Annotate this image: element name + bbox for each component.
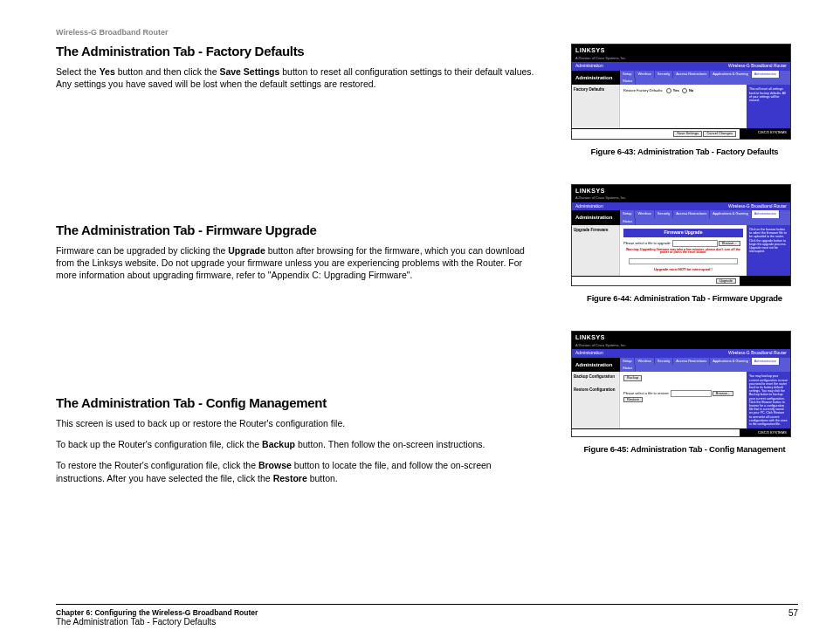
thumbnail-firmware-upgrade: LINKSYS A Division of Cisco Systems, Inc…	[571, 184, 791, 286]
tip-text: You may backup your current configuratio…	[747, 372, 790, 428]
text: Select the	[56, 66, 100, 77]
cancel-changes-button[interactable]: Cancel Changes	[703, 131, 736, 136]
device-label: Wireless-G Broadband Router	[728, 351, 787, 356]
device-label: Wireless-G Broadband Router	[728, 204, 787, 209]
figure-6-43: LINKSYS A Division of Cisco Systems, Inc…	[571, 44, 798, 156]
tab-access[interactable]: Access Restrictions	[673, 210, 710, 217]
tab-security[interactable]: Security	[655, 358, 673, 365]
bold-restore: Restore	[273, 473, 307, 483]
backup-button[interactable]: Backup	[623, 375, 642, 380]
caption-6-45: Figure 6-45: Administration Tab - Config…	[571, 444, 798, 454]
page-label: Administration	[575, 64, 603, 69]
section-label: Administration	[572, 359, 620, 372]
cisco-label: CISCO SYSTEMS	[740, 429, 790, 436]
tab-security[interactable]: Security	[655, 210, 673, 217]
browse-button[interactable]: Browse...	[713, 391, 734, 396]
heading-firmware-upgrade: The Administration Tab - Firmware Upgrad…	[56, 223, 540, 237]
thumbnail-factory-defaults: LINKSYS A Division of Cisco Systems, Inc…	[571, 44, 791, 140]
tab-apps[interactable]: Applications & Gaming	[710, 71, 751, 78]
tab-status[interactable]: Status	[620, 365, 636, 372]
cisco-label: CISCO SYSTEMS	[740, 129, 790, 138]
page-label: Administration	[575, 204, 603, 209]
page-number: 57	[788, 608, 798, 627]
tab-apps[interactable]: Applications & Gaming	[710, 358, 751, 365]
panel-left-label: Backup Configuration Restore Configurati…	[572, 372, 620, 428]
tab-status[interactable]: Status	[620, 78, 636, 85]
tip-text: This will reset all settings back to fac…	[747, 85, 790, 128]
label-restore: Restore Configuration	[574, 388, 617, 393]
browse-button[interactable]: Browse...	[719, 241, 740, 246]
brand-bar: LINKSYS	[572, 332, 790, 344]
tab-wireless[interactable]: Wireless	[635, 210, 654, 217]
footer-section: The Administration Tab - Factory Default…	[56, 617, 258, 627]
doc-header: Wireless-G Broadband Router	[56, 28, 798, 37]
upgrade-button[interactable]: Upgrade	[716, 278, 736, 284]
heading-config-management: The Administration Tab - Config Manageme…	[56, 395, 540, 410]
text: To back up the Router's configuration fi…	[56, 439, 262, 449]
page-footer: Chapter 6: Configuring the Wireless-G Br…	[56, 604, 798, 627]
heading-factory-defaults: The Administration Tab - Factory Default…	[56, 44, 540, 58]
bold-yes: Yes	[100, 66, 115, 77]
warning-2: Upgrade must NOT be interrupted !	[623, 268, 743, 271]
cisco-label	[740, 277, 790, 285]
main-column: The Administration Tab - Factory Default…	[56, 44, 540, 505]
warning-1: Warning: Upgrading firmware may take a f…	[623, 249, 743, 256]
brand-bar: LINKSYS	[572, 45, 790, 57]
radio-no[interactable]	[682, 88, 687, 93]
radio-yes-label: Yes	[673, 88, 679, 92]
bold-save-settings: Save Settings	[219, 66, 279, 77]
figure-column: LINKSYS A Division of Cisco Systems, Inc…	[571, 44, 798, 505]
tip-text: Click on the browse button to select the…	[747, 225, 790, 276]
caption-6-43: Figure 6-43: Administration Tab - Factor…	[571, 147, 798, 156]
para-config-2: To back up the Router's configuration fi…	[56, 438, 540, 450]
tab-access[interactable]: Access Restrictions	[673, 358, 710, 365]
thumbnail-config-management: LINKSYS A Division of Cisco Systems, Inc…	[571, 331, 791, 437]
text: button.	[307, 473, 338, 483]
caption-6-44: Figure 6-44: Administration Tab - Firmwa…	[571, 293, 798, 303]
device-label: Wireless-G Broadband Router	[728, 64, 787, 69]
tab-setup[interactable]: Setup	[620, 210, 635, 217]
label-backup: Backup Configuration	[574, 375, 617, 380]
tab-apps[interactable]: Applications & Gaming	[710, 210, 751, 217]
section-label: Administration	[572, 211, 620, 224]
tab-administration[interactable]: Administration	[752, 71, 780, 78]
fw-select-label: Please select a file to upgrade:	[623, 241, 671, 245]
tab-status[interactable]: Status	[620, 218, 636, 225]
restore-select-label: Please select a file to restore:	[623, 391, 669, 395]
para-firmware: Firmware can be upgraded by clicking the…	[56, 244, 540, 282]
footer-chapter: Chapter 6: Configuring the Wireless-G Br…	[56, 608, 258, 617]
bold-browse: Browse	[258, 460, 292, 470]
brand-bar: LINKSYS	[572, 185, 790, 197]
text: To restore the Router's configuration fi…	[56, 460, 258, 470]
text: button. Then follow the on-screen instru…	[295, 439, 485, 449]
fw-file-input[interactable]	[672, 240, 718, 247]
para-config-3: To restore the Router's configuration fi…	[56, 459, 540, 483]
save-settings-button[interactable]: Save Settings	[673, 131, 702, 136]
figure-6-45: LINKSYS A Division of Cisco Systems, Inc…	[571, 331, 798, 454]
tab-administration[interactable]: Administration	[752, 210, 780, 217]
tab-access[interactable]: Access Restrictions	[673, 71, 710, 78]
bold-backup: Backup	[262, 439, 295, 449]
tab-setup[interactable]: Setup	[620, 358, 635, 365]
figure-6-44: LINKSYS A Division of Cisco Systems, Inc…	[571, 184, 798, 303]
restore-file-input[interactable]	[671, 390, 712, 397]
para-config-1: This screen is used to back up or restor…	[56, 417, 540, 429]
tab-security[interactable]: Security	[655, 71, 673, 78]
para-factory: Select the Yes button and then click the…	[56, 65, 540, 90]
section-label: Administration	[572, 72, 620, 85]
panel-left-label: Factory Defaults	[572, 85, 620, 128]
radio-no-label: No	[689, 88, 693, 92]
tab-wireless[interactable]: Wireless	[635, 358, 654, 365]
tab-wireless[interactable]: Wireless	[635, 71, 654, 78]
radio-yes[interactable]	[666, 88, 671, 93]
restore-label: Restore Factory Defaults:	[623, 88, 663, 92]
panel-left-label: Upgrade Firmware	[572, 225, 620, 276]
fw-title: Firmware Upgrade	[623, 229, 743, 237]
text: Firmware can be upgraded by clicking the	[56, 245, 228, 256]
tab-setup[interactable]: Setup	[620, 71, 635, 78]
text: button and then click the	[115, 66, 220, 77]
restore-button[interactable]: Restore	[623, 397, 643, 402]
bold-upgrade: Upgrade	[228, 245, 265, 256]
tab-administration[interactable]: Administration	[752, 358, 780, 365]
page-label: Administration	[575, 351, 603, 356]
